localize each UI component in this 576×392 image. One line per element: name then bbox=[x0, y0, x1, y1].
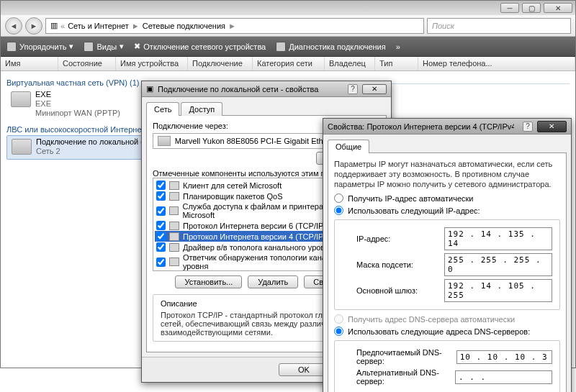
mask-label: Маска подсети: bbox=[356, 260, 413, 269]
ip-label: IP-адрес: bbox=[356, 234, 390, 243]
dialog-close-button[interactable]: ✕ bbox=[362, 84, 387, 94]
component-icon bbox=[169, 257, 179, 266]
minimize-button[interactable]: ─ bbox=[500, 3, 519, 13]
component-icon bbox=[169, 222, 179, 230]
diagnose-button[interactable]: Диагностика подключения bbox=[276, 42, 385, 52]
radio-ip-auto[interactable]: Получить IP-адрес автоматически bbox=[334, 193, 560, 203]
breadcrumb[interactable]: ▥ « Сеть и Интернет ► Сетевые подключени… bbox=[45, 18, 424, 34]
install-button[interactable]: Установить... bbox=[175, 275, 242, 288]
crumb-1[interactable]: Сеть и Интернет bbox=[68, 22, 129, 30]
help-button[interactable]: ? bbox=[348, 84, 358, 94]
component-icon bbox=[169, 232, 179, 241]
col-name[interactable]: Имя bbox=[1, 57, 58, 70]
command-bar: Упорядочить ▾ Виды ▾ ✖Отключение сетевог… bbox=[1, 37, 575, 57]
tab-network[interactable]: Сеть bbox=[146, 102, 179, 116]
connection-icon bbox=[12, 139, 32, 155]
dialog-icon: ▣ bbox=[146, 84, 153, 94]
col-owner[interactable]: Владелец bbox=[325, 57, 375, 70]
component-icon bbox=[169, 206, 179, 215]
close-button[interactable]: ✕ bbox=[544, 3, 572, 13]
search-input[interactable]: Поиск bbox=[427, 18, 571, 34]
dns1-input[interactable]: 10 . 10 . 10 . 3 bbox=[456, 350, 552, 364]
col-conn[interactable]: Подключение bbox=[188, 57, 253, 70]
tab-strip: Сеть Доступ bbox=[146, 101, 387, 116]
search-placeholder: Поиск bbox=[432, 22, 454, 30]
component-icon bbox=[169, 243, 179, 252]
diagnose-icon bbox=[276, 42, 286, 52]
organize-icon bbox=[6, 42, 17, 52]
dialog-close-button[interactable]: ✕ bbox=[537, 121, 567, 132]
column-headers: Имя Состояние Имя устройства Подключение… bbox=[1, 57, 575, 71]
ok-button[interactable]: OK bbox=[279, 363, 329, 376]
help-button[interactable]: ? bbox=[523, 122, 533, 132]
ip-address-input[interactable]: 192 . 14 . 135 . 14 bbox=[444, 227, 552, 250]
nav-bar: ◄ ► ▥ « Сеть и Интернет ► Сетевые подклю… bbox=[1, 15, 575, 37]
window-titlebar: ─ ▢ ✕ bbox=[1, 1, 575, 15]
dns2-label: Альтернативный DNS-сервер: bbox=[356, 368, 455, 386]
gateway-label: Основной шлюз: bbox=[356, 286, 418, 295]
intro-text: Параметры IP могут назначаться автоматич… bbox=[334, 159, 560, 189]
component-label: Планировщик пакетов QoS bbox=[183, 192, 283, 201]
views-menu[interactable]: Виды ▾ bbox=[84, 42, 124, 52]
col-device[interactable]: Имя устройства bbox=[116, 57, 188, 70]
crumb-2[interactable]: Сетевые подключения bbox=[143, 22, 225, 30]
dns1-label: Предпочитаемый DNS-сервер: bbox=[356, 348, 456, 365]
maximize-button[interactable]: ▢ bbox=[522, 3, 541, 13]
component-icon bbox=[169, 181, 179, 190]
dialog-titlebar: ▣ Подключение по локальной сети - свойст… bbox=[142, 81, 391, 97]
disable-device-button[interactable]: ✖Отключение сетевого устройства bbox=[134, 42, 266, 51]
tab-access[interactable]: Доступ bbox=[181, 102, 222, 116]
organize-menu[interactable]: Упорядочить ▾ bbox=[6, 42, 73, 52]
folder-icon: ▥ bbox=[50, 21, 58, 30]
col-phone[interactable]: Номер телефона... bbox=[418, 57, 575, 70]
overflow-chevron[interactable]: » bbox=[396, 42, 400, 51]
component-label: Клиент для сетей Microsoft bbox=[183, 181, 282, 190]
component-icon bbox=[169, 192, 179, 201]
component-label: Протокол Интернета версии 4 (TCP/IPv4) bbox=[183, 232, 335, 241]
radio-ip-manual[interactable]: Использовать следующий IP-адрес: bbox=[334, 206, 560, 215]
dns2-input[interactable]: . . . bbox=[455, 370, 552, 384]
col-type[interactable]: Тип bbox=[375, 57, 418, 70]
component-label: Драйвер в/в тополога канального уровня bbox=[183, 243, 333, 252]
remove-button[interactable]: Удалить bbox=[248, 275, 298, 288]
col-state[interactable]: Состояние bbox=[58, 57, 116, 70]
dialog-title: Свойства: Протокол Интернета версии 4 (T… bbox=[328, 122, 514, 131]
col-cat[interactable]: Категория сети bbox=[253, 57, 325, 70]
dialog-title: Подключение по локальной сети - свойства bbox=[158, 85, 318, 94]
component-label: Протокол Интернета версии 6 (TCP/IPv6) bbox=[183, 222, 335, 230]
radio-dns-manual[interactable]: Использовать следующие адреса DNS-сервер… bbox=[334, 327, 560, 336]
radio-dns-auto[interactable]: Получить адрес DNS-сервера автоматически bbox=[334, 314, 560, 324]
gateway-input[interactable]: 192 . 14 . 105 . 255 bbox=[444, 279, 552, 302]
back-button[interactable]: ◄ bbox=[5, 17, 22, 35]
dialog-titlebar: Свойства: Протокол Интернета версии 4 (T… bbox=[323, 119, 571, 135]
forward-button[interactable]: ► bbox=[25, 17, 42, 35]
connection-icon bbox=[11, 91, 31, 107]
ipv4-properties-dialog: Свойства: Протокол Интернета версии 4 (T… bbox=[323, 118, 572, 392]
tab-general[interactable]: Общие bbox=[328, 140, 369, 153]
adapter-icon bbox=[158, 136, 171, 146]
subnet-mask-input[interactable]: 255 . 255 . 255 . 0 bbox=[444, 253, 552, 276]
views-icon bbox=[84, 42, 94, 52]
